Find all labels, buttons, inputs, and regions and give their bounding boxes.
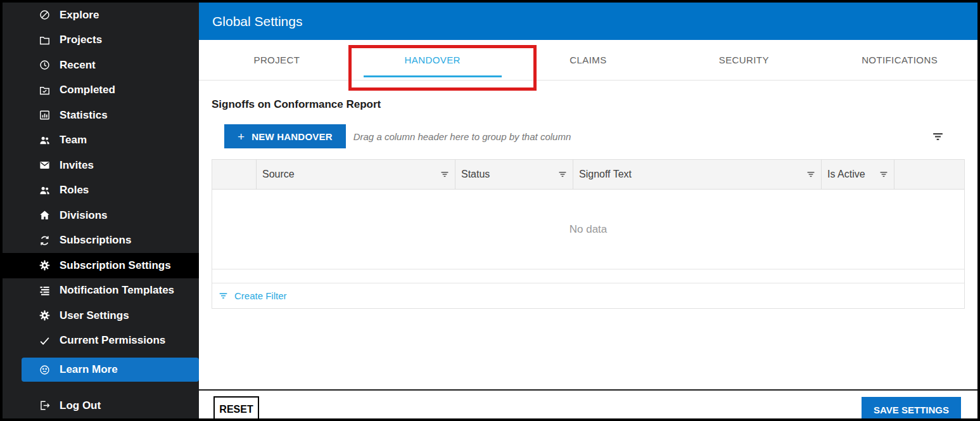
column-header-is-active[interactable]: Is Active (822, 160, 894, 189)
grid-header-row: Source Status Signoff Text (212, 160, 964, 190)
sidebar-item-label: Divisions (60, 209, 108, 222)
list-icon (39, 285, 51, 297)
main-panel: Global Settings PROJECT HANDOVER CLAIMS … (199, 3, 977, 418)
create-filter-link[interactable]: Create Filter (212, 283, 964, 308)
app-bar: Global Settings (199, 3, 977, 40)
sidebar-item-label: Explore (60, 9, 99, 22)
tab-bar: PROJECT HANDOVER CLAIMS SECURITY NOTIFIC… (199, 40, 977, 81)
filter-icon[interactable] (879, 170, 888, 179)
sidebar-item-team[interactable]: Team (3, 128, 199, 153)
tab-notifications[interactable]: NOTIFICATIONS (822, 40, 977, 80)
clock-icon (39, 59, 51, 71)
sidebar-item-label: Completed (60, 84, 115, 96)
sidebar-item-label: Invites (60, 159, 94, 172)
no-data-text: No data (570, 223, 608, 236)
sidebar-item-subscriptions[interactable]: Subscriptions (3, 228, 199, 254)
filter-icon (219, 291, 228, 301)
check-icon (39, 335, 51, 347)
sidebar-item-recent[interactable]: Recent (3, 53, 199, 78)
gear-icon (39, 309, 51, 321)
section-title: Signoffs on Conformance Report (212, 98, 965, 111)
grid-empty-state: No data (212, 190, 964, 269)
column-header-source[interactable]: Source (257, 160, 455, 189)
sidebar-item-label: Team (60, 134, 87, 146)
sidebar-item-learn-more[interactable]: Learn More (22, 358, 199, 382)
sidebar-item-label: Statistics (60, 109, 108, 122)
people-icon (39, 134, 51, 146)
sidebar-item-log-out[interactable]: Log Out (3, 393, 199, 418)
sidebar-item-statistics[interactable]: Statistics (3, 103, 199, 128)
new-handover-button[interactable]: + NEW HANDOVER (224, 124, 346, 148)
sidebar-item-label: Learn More (60, 363, 118, 376)
grid-spacer-row (212, 269, 964, 283)
log-out-icon (39, 399, 51, 411)
sidebar-item-label: User Settings (60, 309, 129, 322)
tab-claims[interactable]: CLAIMS (511, 40, 666, 80)
filter-icon[interactable] (932, 131, 944, 143)
sidebar-item-label: Log Out (60, 399, 101, 412)
folder-icon (39, 34, 51, 46)
tab-project[interactable]: PROJECT (199, 40, 355, 80)
sidebar-item-label: Subscription Settings (60, 259, 171, 272)
sidebar-item-label: Recent (60, 59, 96, 72)
data-grid: Source Status Signoff Text (212, 159, 965, 309)
home-icon (39, 209, 51, 221)
folder-check-icon (39, 84, 51, 96)
sidebar-item-label: Projects (60, 34, 102, 46)
explore-icon (39, 9, 51, 21)
save-settings-button[interactable]: SAVE SETTINGS (862, 397, 961, 421)
content-area: Signoffs on Conformance Report + NEW HAN… (199, 81, 977, 389)
column-header-signoff-text[interactable]: Signoff Text (573, 160, 822, 189)
people-icon (39, 185, 51, 197)
sidebar-item-completed[interactable]: Completed (3, 78, 199, 103)
column-header-blank-end (894, 160, 964, 189)
envelope-icon (39, 159, 51, 171)
sidebar-item-explore[interactable]: Explore (3, 3, 199, 28)
sidebar: Explore Projects Recent Completed Statis (3, 3, 199, 418)
sidebar-item-label: Current Permissions (60, 334, 165, 347)
filter-icon[interactable] (806, 170, 815, 179)
page-title: Global Settings (212, 14, 302, 29)
group-panel-hint: Drag a column header here to group by th… (353, 131, 571, 142)
sidebar-item-notification-templates[interactable]: Notification Templates (3, 278, 199, 304)
gear-icon (39, 259, 51, 271)
plus-icon: + (238, 131, 245, 143)
sidebar-item-roles[interactable]: Roles (3, 178, 199, 204)
filter-icon[interactable] (558, 170, 567, 179)
sidebar-item-user-settings[interactable]: User Settings (3, 303, 199, 328)
footer-bar: RESET SAVE SETTINGS (199, 389, 977, 418)
reset-button[interactable]: RESET (213, 396, 259, 421)
sync-icon (39, 235, 51, 247)
sidebar-item-label: Subscriptions (60, 234, 131, 247)
sidebar-item-divisions[interactable]: Divisions (3, 203, 199, 228)
sidebar-item-label: Notification Templates (60, 284, 174, 297)
column-header-blank (212, 160, 257, 189)
grid-toolbar: + NEW HANDOVER Drag a column header here… (212, 124, 965, 148)
smiley-icon (39, 364, 51, 376)
sidebar-item-subscription-settings[interactable]: Subscription Settings (3, 253, 199, 278)
app-window: Explore Projects Recent Completed Statis (0, 0, 980, 421)
column-header-status[interactable]: Status (455, 160, 573, 189)
sidebar-item-invites[interactable]: Invites (3, 153, 199, 178)
sidebar-item-label: Roles (60, 184, 89, 197)
sidebar-item-projects[interactable]: Projects (3, 28, 199, 53)
filter-icon[interactable] (440, 170, 449, 179)
sidebar-item-current-permissions[interactable]: Current Permissions (3, 328, 199, 354)
tab-handover[interactable]: HANDOVER (355, 40, 511, 80)
bar-chart-icon (39, 109, 51, 121)
tab-security[interactable]: SECURITY (666, 40, 822, 80)
